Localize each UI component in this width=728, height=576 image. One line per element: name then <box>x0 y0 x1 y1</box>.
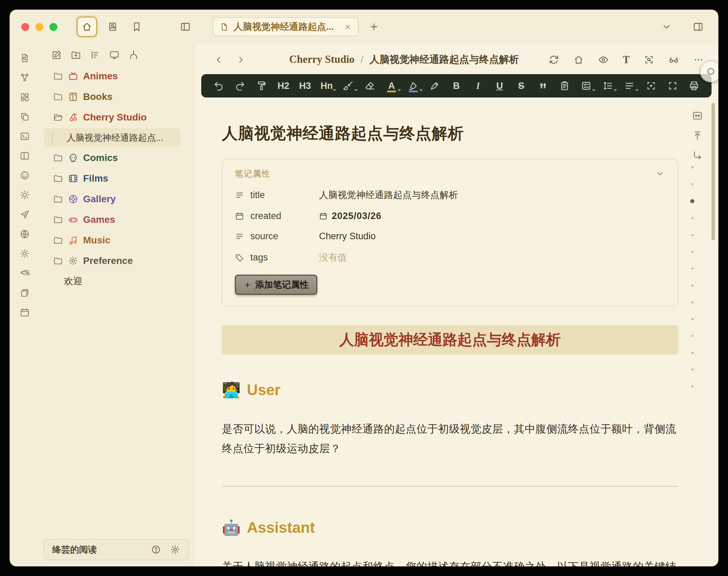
outline-dot[interactable] <box>691 352 694 354</box>
display-icon[interactable] <box>109 49 120 60</box>
tab-close-icon[interactable] <box>344 23 352 31</box>
sidebar-folder-comics[interactable]: Comics <box>40 148 194 168</box>
focus-mode-button[interactable] <box>643 78 659 94</box>
property-value[interactable]: 人脑视觉神经通路起点与终点解析 <box>319 189 458 201</box>
forward-button[interactable] <box>236 55 246 65</box>
add-property-button[interactable]: 添加笔记属性 <box>235 275 317 295</box>
search-notes-button[interactable] <box>104 18 121 35</box>
toggle-right-panel-button[interactable] <box>690 18 707 35</box>
rail-appearance-button[interactable] <box>19 190 31 200</box>
underline-button[interactable]: U <box>492 78 507 94</box>
redo-button[interactable] <box>232 78 248 94</box>
page-width-button[interactable] <box>692 110 703 122</box>
refresh-icon[interactable] <box>548 54 559 65</box>
sort-icon[interactable] <box>90 49 101 60</box>
rail-web-button[interactable] <box>19 229 31 239</box>
scan-search-icon[interactable] <box>644 54 655 65</box>
journal-button[interactable] <box>128 18 145 35</box>
collapse-properties-icon[interactable] <box>655 169 665 179</box>
font-color-button[interactable]: A <box>384 78 399 94</box>
rail-share-button[interactable] <box>19 209 31 220</box>
fullscreen-button[interactable] <box>665 78 680 94</box>
toggle-sidebar-button[interactable] <box>177 18 194 35</box>
outline-dot[interactable] <box>691 301 694 303</box>
heading-level-button[interactable]: Hn <box>319 78 334 94</box>
outline-dot[interactable] <box>691 368 694 371</box>
glasses-icon[interactable] <box>668 54 679 65</box>
zoom-window-button[interactable] <box>49 23 57 31</box>
text-icon[interactable]: T <box>623 54 630 66</box>
sidebar-folder-books[interactable]: Books <box>40 87 194 107</box>
home-icon[interactable] <box>573 54 584 65</box>
home-button[interactable] <box>77 16 97 37</box>
todo-list-button[interactable] <box>578 78 594 94</box>
vertical-scrollbar[interactable] <box>712 103 715 240</box>
outline-dot[interactable] <box>691 234 694 236</box>
document-title[interactable]: 人脑视觉神经通路起点与终点解析 <box>222 123 678 144</box>
rail-copy-button[interactable] <box>19 112 31 122</box>
settings-icon[interactable] <box>170 544 180 555</box>
flow-icon[interactable] <box>128 49 139 60</box>
outline-dot[interactable] <box>691 385 694 388</box>
tab-list-button[interactable] <box>658 18 675 35</box>
close-window-button[interactable] <box>21 23 29 31</box>
rail-template-button[interactable]: <% <box>19 268 31 278</box>
sidebar-folder-music[interactable]: Music <box>40 230 194 251</box>
property-value[interactable]: 2025/03/26 <box>319 211 382 221</box>
rail-graph-button[interactable] <box>19 72 31 83</box>
print-button[interactable] <box>686 78 702 94</box>
rail-windows-button[interactable] <box>19 288 31 298</box>
tab-current[interactable]: 人脑视觉神经通路起点... <box>213 17 359 36</box>
outline-dot[interactable] <box>691 217 694 219</box>
highlight-button[interactable] <box>406 78 421 94</box>
back-button[interactable] <box>214 55 224 65</box>
sidebar-folder-animes[interactable]: Animes <box>40 66 194 87</box>
minimize-window-button[interactable] <box>35 23 43 31</box>
eye-icon[interactable] <box>598 54 609 65</box>
outline-dot[interactable] <box>690 199 694 203</box>
user-message[interactable]: 是否可以说，人脑的视觉神经通路的起点位于初级视觉皮层，其中腹侧流终点位于额叶，背… <box>222 419 678 459</box>
strikethrough-button[interactable]: S <box>513 78 529 94</box>
rail-layout-button[interactable] <box>19 151 31 161</box>
outline-dot[interactable] <box>691 166 694 169</box>
ink-pen-button[interactable] <box>427 78 443 94</box>
sidebar-folder-films[interactable]: Films <box>40 168 194 189</box>
rail-emoji-button[interactable] <box>19 170 31 181</box>
property-value[interactable]: 没有值 <box>319 251 347 264</box>
sidebar-folder-cherry-studio[interactable]: Cherry Studio <box>40 107 194 128</box>
clear-format-button[interactable] <box>362 78 378 94</box>
rail-kanban-button[interactable] <box>19 92 31 102</box>
sidebar-folder-gallery[interactable]: Gallery <box>40 189 194 209</box>
compose-icon[interactable] <box>51 49 62 60</box>
outline-dot[interactable] <box>691 251 694 253</box>
outline-dot[interactable] <box>691 284 694 287</box>
property-value[interactable]: Cherry Studio <box>319 231 376 242</box>
folder-plus-icon[interactable] <box>70 49 81 60</box>
breadcrumb-document[interactable]: 人脑视觉神经通路起点与终点解析 <box>369 53 519 67</box>
new-tab-button[interactable] <box>365 18 383 35</box>
align-button[interactable] <box>622 78 637 94</box>
rail-doc-search-button[interactable] <box>19 53 31 63</box>
sidebar-item-active-note[interactable]: 人脑视觉神经通路起点... <box>44 128 180 147</box>
rail-calendar-button[interactable] <box>19 307 31 318</box>
outline-dot[interactable] <box>691 335 694 337</box>
assistant-message[interactable]: 关于人脑视觉神经通路的起点和终点，您的描述存在部分不准确之处。以下是视觉通路的关… <box>222 557 678 566</box>
quote-button[interactable] <box>535 78 550 94</box>
paint-brush-button[interactable] <box>341 78 356 94</box>
undo-button[interactable] <box>211 78 226 94</box>
sidebar-folder-preference[interactable]: Preference <box>40 251 194 271</box>
document-heading-banner[interactable]: 人脑视觉神经通路起点与终点解析 <box>222 325 678 355</box>
clipboard-button[interactable] <box>557 78 572 94</box>
sidebar-item-welcome[interactable]: 欢迎 <box>40 271 194 291</box>
breadcrumb-notebook[interactable]: Cherry Studio <box>289 53 354 66</box>
sidebar-folder-games[interactable]: Games <box>40 209 194 230</box>
line-height-button[interactable] <box>600 78 615 94</box>
outline-dot[interactable] <box>691 183 694 185</box>
outline-dot[interactable] <box>691 267 694 270</box>
format-painter-button[interactable] <box>254 78 270 94</box>
rail-settings-button[interactable] <box>19 249 31 259</box>
scroll-down-button[interactable] <box>692 150 703 161</box>
bold-button[interactable]: B <box>448 78 464 94</box>
back-to-top-button[interactable] <box>692 130 703 141</box>
help-icon[interactable] <box>151 544 161 555</box>
